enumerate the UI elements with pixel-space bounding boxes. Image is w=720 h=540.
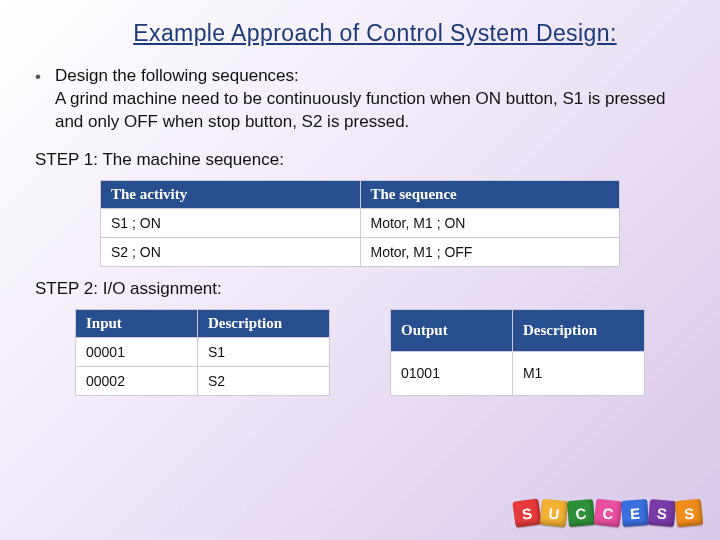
cell-output: 01001 [391, 352, 513, 396]
bullet-text: Design the following sequences: A grind … [55, 65, 685, 134]
io-tables-row: Input Description 00001 S1 00002 S2 Outp… [75, 309, 685, 396]
output-table: Output Description 01001 M1 [390, 309, 645, 396]
cell-description: S1 [197, 337, 329, 366]
letter-block: S [648, 499, 676, 527]
letter-block: U [540, 499, 569, 528]
cell-description: M1 [512, 352, 644, 396]
cell-input: 00001 [76, 337, 198, 366]
bullet-marker: • [35, 67, 41, 134]
success-blocks-icon: S U C C E S S [514, 500, 702, 526]
letter-block: C [594, 499, 623, 528]
header-input: Input [76, 309, 198, 337]
letter-block: S [512, 498, 541, 527]
header-sequence: The sequence [360, 180, 620, 208]
sequence-table: The activity The sequence S1 ; ON Motor,… [100, 180, 620, 267]
table-header-row: Input Description [76, 309, 330, 337]
bullet-rest: A grind machine need to be continuously … [55, 89, 666, 131]
cell-activity: S1 ; ON [101, 208, 361, 237]
bullet-item: • Design the following sequences: A grin… [35, 65, 685, 134]
table-row: 00002 S2 [76, 366, 330, 395]
letter-block: S [675, 499, 704, 528]
step2-label: STEP 2: I/O assignment: [35, 279, 685, 299]
table-header-row: The activity The sequence [101, 180, 620, 208]
cell-input: 00002 [76, 366, 198, 395]
letter-block: C [567, 499, 595, 527]
header-description: Description [512, 309, 644, 351]
bullet-lead: Design the following sequences: [55, 66, 299, 85]
table-header-row: Output Description [391, 309, 645, 351]
slide: Example Approach of Control System Desig… [0, 0, 720, 396]
table-row: S2 ; ON Motor, M1 ; OFF [101, 237, 620, 266]
header-output: Output [391, 309, 513, 351]
cell-sequence: Motor, M1 ; OFF [360, 237, 620, 266]
input-table: Input Description 00001 S1 00002 S2 [75, 309, 330, 396]
cell-description: S2 [197, 366, 329, 395]
cell-activity: S2 ; ON [101, 237, 361, 266]
page-title: Example Approach of Control System Desig… [65, 20, 685, 47]
letter-block: E [621, 499, 649, 527]
header-activity: The activity [101, 180, 361, 208]
cell-sequence: Motor, M1 ; ON [360, 208, 620, 237]
table-row: S1 ; ON Motor, M1 ; ON [101, 208, 620, 237]
header-description: Description [197, 309, 329, 337]
table-row: 00001 S1 [76, 337, 330, 366]
step1-label: STEP 1: The machine sequence: [35, 150, 685, 170]
table-row: 01001 M1 [391, 352, 645, 396]
